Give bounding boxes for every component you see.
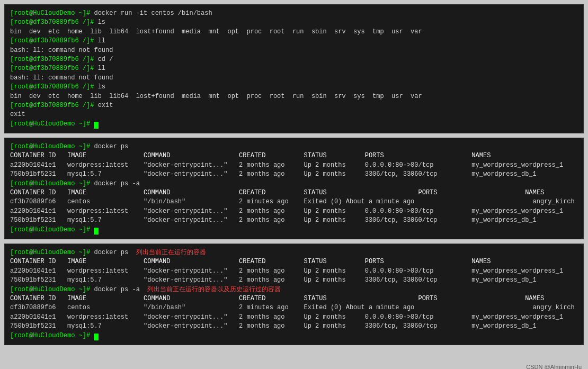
- table-row: a220b01041e1 wordpress:latest "docker-en…: [10, 267, 578, 276]
- table-row: a220b01041e1 wordpress:latest "docker-en…: [10, 313, 578, 322]
- line: [root@HuCloudDemo ~]# docker ps 列出当前正在运行…: [10, 248, 578, 257]
- table-row: 750b91bf5231 mysql:5.7 "docker-entrypoin…: [10, 170, 578, 179]
- table-row: 750b91bf5231 mysql:5.7 "docker-entrypoin…: [10, 322, 578, 331]
- line: [root@df3b70889fb6 /]# ls: [10, 83, 578, 92]
- line: [root@HuCloudDemo ~]# docker ps -a 列出当前正…: [10, 285, 578, 294]
- line: [root@df3b70889fb6 /]# ll: [10, 64, 578, 73]
- table-row: 750b91bf5231 mysql:5.7 "docker-entrypoin…: [10, 216, 578, 225]
- table-header: CONTAINER ID IMAGE COMMAND CREATED STATU…: [10, 294, 578, 303]
- watermark: CSDN @AlminminHu: [526, 364, 582, 369]
- cursor: [94, 228, 99, 235]
- line: [root@HuCloudDemo ~]# docker ps: [10, 142, 578, 151]
- line: [root@df3b70889fb6 /]# exit: [10, 101, 578, 110]
- annotation-2: 列出当前正在运行的容器以及历史运行过的容器: [140, 286, 281, 293]
- table-header: CONTAINER ID IMAGE COMMAND CREATED STATU…: [10, 257, 578, 266]
- line: [root@HuCloudDemo ~]# docker run -it cen…: [10, 9, 578, 18]
- line: [root@HuCloudDemo ~]# docker ps -a: [10, 179, 578, 188]
- table-row: a220b01041e1 wordpress:latest "docker-en…: [10, 161, 578, 170]
- table-row: 750b91bf5231 mysql:5.7 "docker-entrypoin…: [10, 276, 578, 285]
- cursor: [94, 122, 99, 129]
- terminal-block-2: [root@HuCloudDemo ~]# docker ps CONTAINE…: [4, 138, 584, 239]
- line: [root@HuCloudDemo ~]#: [10, 331, 578, 340]
- table-header: CONTAINER ID IMAGE COMMAND CREATED STATU…: [10, 151, 578, 160]
- line: bash: ll: command not found: [10, 74, 578, 83]
- line: [root@HuCloudDemo ~]#: [10, 226, 578, 235]
- cursor: [94, 334, 99, 340]
- table-row: df3b70889fb6 centos "/bin/bash" 2 minute…: [10, 303, 578, 312]
- line: bin dev etc home lib lib64 lost+found me…: [10, 28, 578, 37]
- table-header: CONTAINER ID IMAGE COMMAND CREATED STATU…: [10, 188, 578, 197]
- line: bash: ll: command not found: [10, 46, 578, 55]
- line: [root@HuCloudDemo ~]#: [10, 120, 578, 129]
- line: [root@df3b70889fb6 /]# ls: [10, 18, 578, 27]
- page-wrapper: [root@HuCloudDemo ~]# docker run -it cen…: [0, 4, 588, 369]
- line: [root@df3b70889fb6 /]# cd /: [10, 55, 578, 64]
- line: [root@df3b70889fb6 /]# ll: [10, 37, 578, 46]
- terminal-block-3: [root@HuCloudDemo ~]# docker ps 列出当前正在运行…: [4, 244, 584, 345]
- line: bin dev etc home lib lib64 lost+found me…: [10, 92, 578, 101]
- table-row: df3b70889fb6 centos "/bin/bash" 2 minute…: [10, 197, 578, 206]
- line: exit: [10, 110, 578, 119]
- annotation-1: 列出当前正在运行的容器: [128, 249, 206, 256]
- table-row: a220b01041e1 wordpress:latest "docker-en…: [10, 207, 578, 216]
- terminal-block-1: [root@HuCloudDemo ~]# docker run -it cen…: [4, 4, 584, 133]
